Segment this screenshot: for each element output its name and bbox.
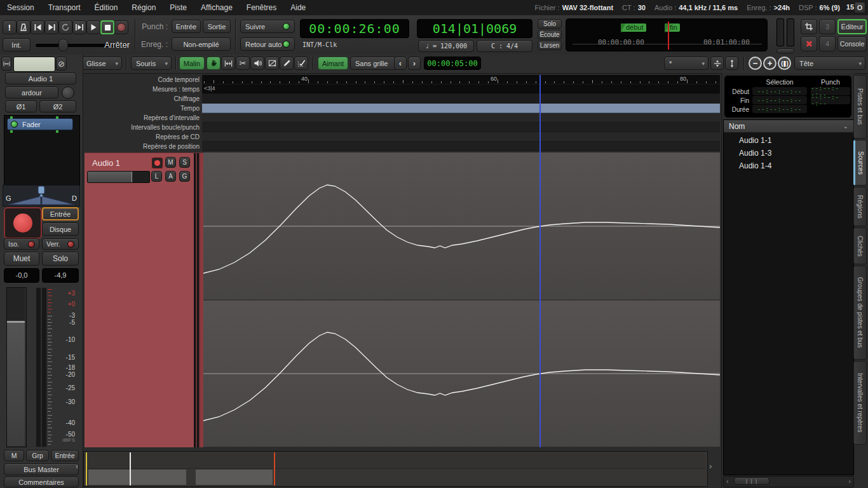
range-tool-button[interactable] <box>221 57 235 70</box>
record-mode-button[interactable]: Non-empilé <box>172 37 231 51</box>
processor-box[interactable]: Fader <box>4 115 80 190</box>
track-name[interactable]: Audio 1 <box>92 158 120 168</box>
ruler-lane-7[interactable] <box>202 142 720 151</box>
edit-canvas-region[interactable] <box>203 152 720 447</box>
menu-piste[interactable]: Piste <box>163 0 194 15</box>
fade-tool-button[interactable] <box>265 57 279 70</box>
stop-button[interactable] <box>100 20 114 34</box>
grab-tool-button[interactable] <box>207 57 220 70</box>
cut-tool-button[interactable]: ✂ <box>236 57 250 70</box>
mini-timeline[interactable]: début fin 00:00:00:00 00:01:00:00 <box>566 18 768 51</box>
ruler-label-1[interactable]: Mesures : temps <box>85 85 202 94</box>
gain-display[interactable]: -0,0 <box>4 271 39 279</box>
panner[interactable]: G D <box>3 185 80 207</box>
ruler-label-6[interactable]: Repères de CD <box>85 132 202 142</box>
drag-mode-dropdown[interactable]: Glisse <box>81 57 122 70</box>
mixer-window-button[interactable]: Console <box>837 36 867 51</box>
punch-record-button[interactable] <box>801 19 817 34</box>
tab-sources[interactable]: Sources <box>853 140 867 186</box>
record-arm-button[interactable] <box>114 20 128 34</box>
hscroll-thumb[interactable]: ❘❘❘ <box>734 477 770 485</box>
solo-lock-button[interactable]: Verr. <box>42 238 79 250</box>
midi-panic-button[interactable]: ! <box>3 20 17 34</box>
strip-input-button[interactable]: Entrée <box>51 450 79 461</box>
punch-out-button[interactable]: Sortie <box>203 20 231 33</box>
punch-end-clock[interactable]: --:--:--:-- <box>811 96 850 104</box>
ruler-lane-4[interactable] <box>202 113 720 123</box>
grid-dropdown[interactable]: Sans grille <box>350 57 401 70</box>
peak-display[interactable]: -4,9 <box>42 271 79 279</box>
output-bus-button[interactable]: Bus Master <box>4 463 79 475</box>
feedback-button[interactable]: Larsen <box>538 41 562 50</box>
tab-clich-s[interactable]: Clichés <box>853 227 867 264</box>
time-signature-button[interactable]: C : 4/4 <box>477 40 532 52</box>
sync-source-button[interactable]: INT/M-Clk <box>302 41 337 48</box>
snap-button[interactable]: Aimant <box>318 57 348 70</box>
disk-monitor-button[interactable]: Disque <box>42 222 79 236</box>
shrink-tracks-button[interactable] <box>710 57 724 70</box>
punch-in-button[interactable]: Entrée <box>172 20 201 33</box>
zoom-focus-dropdown[interactable]: Tête <box>794 57 865 70</box>
zoom-in-button[interactable]: + <box>763 57 776 70</box>
ruler-label-2[interactable]: Chiffrage <box>85 94 202 104</box>
playhead[interactable] <box>539 75 541 447</box>
draw-tool-button[interactable] <box>280 57 294 70</box>
selection-end-clock[interactable]: --:--:--:-- <box>752 96 807 104</box>
track-mute-button[interactable]: M <box>165 157 176 168</box>
menu-transport[interactable]: Transport <box>41 0 88 15</box>
tab-pistes-et-bus[interactable]: Pistes et bus <box>853 75 867 139</box>
menu-région[interactable]: Région <box>125 0 163 15</box>
nudge-clock[interactable]: 00:00:05:00 <box>424 59 481 68</box>
metering-point-button[interactable]: M <box>4 450 24 461</box>
ruler-lane-3[interactable] <box>202 104 720 113</box>
source-item[interactable]: Audio 1-4 <box>724 159 853 172</box>
menu-fenêtres[interactable]: Fenêtres <box>240 0 283 15</box>
expand-tracks-button[interactable] <box>725 57 738 70</box>
ruler-lane-0[interactable]: 406080 <box>202 75 720 85</box>
tempo-button[interactable]: ♩ = 120,000 <box>418 40 474 52</box>
sources-name-header[interactable]: Nom ⌄ <box>724 120 853 133</box>
close-session-button[interactable]: ✖ <box>801 36 817 51</box>
smart-mode-button[interactable]: Malin <box>179 57 205 70</box>
track-level-button[interactable]: L <box>151 171 162 182</box>
phase-1-button[interactable]: Ø1 <box>5 100 37 112</box>
secondary-clock[interactable]: 014|01|0069 <box>417 21 532 36</box>
sources-hscrollbar[interactable]: ‹ ❘❘❘ › <box>723 476 854 487</box>
track-gain-gauge[interactable] <box>87 171 150 183</box>
ruler-label-0[interactable]: Code temporel <box>85 75 202 85</box>
auto-return-button[interactable]: Retour auto <box>240 37 295 51</box>
menu-aide[interactable]: Aide <box>283 0 313 15</box>
track-automation-button[interactable]: A <box>165 171 176 182</box>
group-button[interactable]: Grp <box>26 450 49 461</box>
track-group-button[interactable]: G <box>179 171 190 182</box>
edit-tool-button[interactable] <box>294 57 308 70</box>
trim-knob[interactable] <box>62 86 74 99</box>
ruler-lane-2[interactable] <box>202 94 720 104</box>
go-to-start-button[interactable] <box>31 20 44 34</box>
solo-isolate-button[interactable]: Iso. <box>4 238 39 250</box>
window-3-button[interactable]: 3 <box>819 19 836 34</box>
shuttle-units-button[interactable]: Int. <box>3 38 31 51</box>
record-enable-button[interactable] <box>4 207 42 239</box>
nudge-back-button[interactable]: ‹ <box>394 57 407 70</box>
strip-track-name-button[interactable]: Audio 1 <box>5 72 76 85</box>
monitor-gain-slider[interactable] <box>776 48 794 53</box>
start-marker[interactable]: début <box>621 24 646 32</box>
menu-édition[interactable]: Édition <box>88 0 125 15</box>
marker-dropdown[interactable]: * <box>664 57 709 70</box>
tab-r-gions[interactable]: Régions <box>853 187 867 226</box>
tab-intervalles-et-rep-res[interactable]: Intervalles et repères <box>853 361 867 445</box>
input-monitor-button[interactable]: Entrée <box>42 207 79 220</box>
log-button[interactable]: O <box>854 2 865 13</box>
ruler-label-7[interactable]: Repères de position <box>85 142 202 151</box>
mute-button[interactable]: Muet <box>4 252 39 266</box>
ruler-label-3[interactable]: Tempo <box>85 104 202 113</box>
solo-global-button[interactable]: Solo <box>538 19 562 29</box>
summary-strip[interactable] <box>83 451 708 487</box>
strip-width-button[interactable] <box>1 57 11 71</box>
processor-active-led[interactable] <box>11 121 18 128</box>
summary-scroll-right[interactable]: › <box>709 461 712 471</box>
phase-2-button[interactable]: Ø2 <box>39 100 76 112</box>
track-header-audio1[interactable]: Audio 1 M S L A G <box>85 152 194 447</box>
scroll-left-icon[interactable]: ‹ <box>726 477 729 485</box>
